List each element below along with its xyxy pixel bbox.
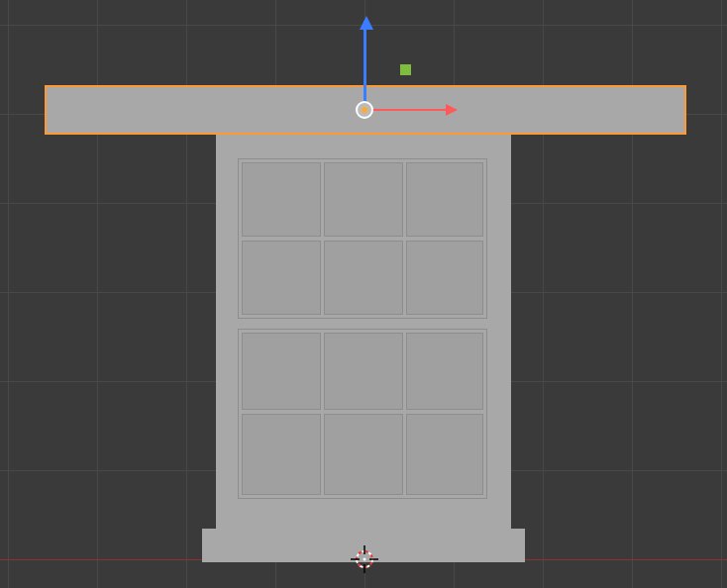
window-pane — [242, 414, 321, 495]
window-pane — [406, 414, 483, 495]
gizmo-center-dot-icon — [362, 107, 367, 113]
window-pane — [324, 162, 403, 237]
window-pane — [324, 333, 403, 410]
window-pane — [324, 414, 403, 495]
viewport-3d[interactable] — [0, 0, 727, 588]
window-pane — [406, 162, 483, 237]
window-pane — [406, 333, 483, 410]
grid-line — [8, 0, 9, 588]
window-pane — [242, 241, 321, 315]
window-pane — [242, 162, 321, 237]
gizmo-z-axis-handle[interactable] — [364, 21, 366, 105]
gizmo-center-handle[interactable] — [356, 101, 373, 119]
gizmo-y-axis-handle[interactable] — [400, 64, 411, 75]
mesh-building[interactable] — [216, 135, 511, 529]
gizmo-z-arrow-icon — [360, 16, 373, 30]
gizmo-x-axis-handle[interactable] — [369, 109, 449, 111]
window-pane — [324, 241, 403, 315]
window-pane — [242, 333, 321, 410]
cursor-3d-icon — [351, 545, 378, 573]
window-pane — [406, 241, 483, 315]
grid-line — [721, 0, 722, 588]
svg-point-6 — [364, 558, 366, 561]
